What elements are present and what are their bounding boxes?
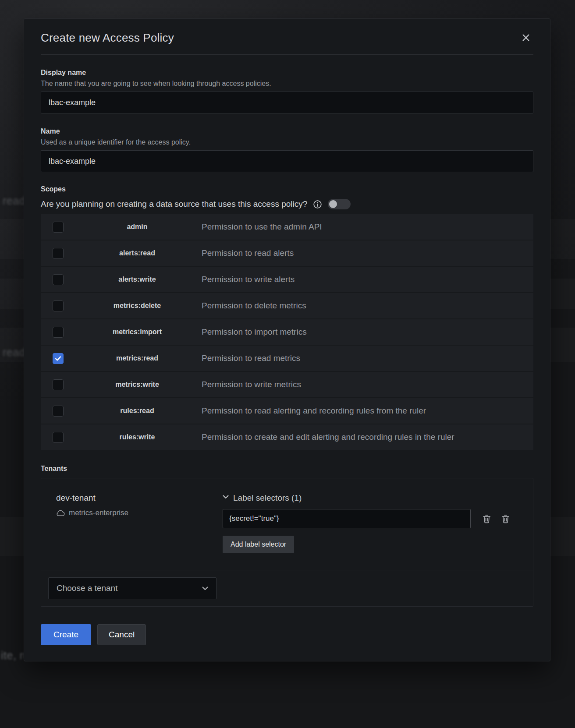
tenants-panel: dev-tenant metrics-enterprise: [41, 478, 533, 607]
scope-row: alerts:write Permission to write alerts: [41, 267, 533, 292]
check-icon: [54, 355, 62, 362]
scopes-label: Scopes: [41, 185, 533, 193]
cancel-button[interactable]: Cancel: [97, 624, 146, 645]
scope-name: metrics:write: [75, 381, 200, 389]
display-name-description: The name that you are going to see when …: [41, 80, 533, 88]
scope-description: Permission to read alerts: [200, 247, 509, 260]
scope-name: metrics:delete: [75, 302, 200, 310]
modal-actions: Create Cancel: [41, 624, 533, 645]
display-name-input[interactable]: [41, 92, 533, 113]
scope-name: rules:read: [75, 407, 200, 415]
tenant-name: dev-tenant: [56, 493, 223, 503]
name-label: Name: [41, 127, 533, 135]
chevron-down-icon: [223, 495, 229, 499]
scope-name: admin: [75, 223, 200, 231]
scope-row: metrics:read Permission to read metrics: [41, 346, 533, 371]
label-selectors-toggle[interactable]: Label selectors (1): [223, 493, 522, 503]
toggle-knob: [329, 200, 337, 208]
scope-name: alerts:read: [75, 249, 200, 257]
name-field-group: Name Used as a unique identifier for the…: [41, 127, 533, 172]
datasource-question-text: Are you planning on creating a data sour…: [41, 199, 307, 209]
name-description: Used as a unique identifier for the acce…: [41, 138, 533, 146]
create-access-policy-modal: Create new Access Policy Display name Th…: [24, 18, 550, 661]
cloud-icon: [56, 510, 65, 516]
scope-checkbox[interactable]: [53, 274, 64, 285]
scope-list: admin Permission to use the admin API al…: [41, 214, 533, 450]
scope-row: admin Permission to use the admin API: [41, 214, 533, 240]
display-name-field-group: Display name The name that you are going…: [41, 69, 533, 113]
delete-selector-trash-icon[interactable]: [483, 514, 491, 523]
choose-tenant-row: Choose a tenant: [41, 570, 533, 606]
close-icon[interactable]: [518, 30, 533, 45]
info-icon[interactable]: [313, 200, 322, 209]
name-input[interactable]: [41, 150, 533, 172]
choose-tenant-placeholder: Choose a tenant: [57, 583, 117, 593]
scope-checkbox[interactable]: [53, 406, 64, 417]
choose-tenant-select[interactable]: Choose a tenant: [48, 577, 217, 599]
display-name-label: Display name: [41, 69, 533, 77]
scope-checkbox[interactable]: [53, 353, 64, 364]
stack-name: metrics-enterprise: [69, 509, 128, 517]
backdrop-text-fragment: read: [3, 346, 25, 359]
datasource-toggle[interactable]: [328, 199, 351, 209]
modal-body: Display name The name that you are going…: [24, 69, 550, 645]
scope-checkbox[interactable]: [53, 248, 64, 259]
create-button[interactable]: Create: [41, 624, 91, 645]
scope-row: metrics:delete Permission to delete metr…: [41, 293, 533, 318]
scope-description: Permission to read metrics: [200, 352, 509, 365]
label-selector-row: [223, 509, 522, 528]
scope-description: Permission to create and edit alerting a…: [200, 431, 509, 444]
scope-name: metrics:read: [75, 354, 200, 362]
label-selector-input[interactable]: [223, 509, 471, 528]
scope-description: Permission to write alerts: [200, 273, 509, 286]
scope-checkbox[interactable]: [53, 300, 64, 311]
scope-description: Permission to delete metrics: [200, 299, 509, 312]
modal-title: Create new Access Policy: [41, 31, 174, 45]
modal-header: Create new Access Policy: [41, 19, 533, 55]
scope-description: Permission to import metrics: [200, 325, 509, 339]
scope-row: metrics:import Permission to import metr…: [41, 319, 533, 345]
scope-checkbox[interactable]: [53, 379, 64, 390]
scopes-section: Scopes Are you planning on creating a da…: [41, 185, 533, 450]
scope-description: Permission to read alerting and recordin…: [200, 404, 509, 417]
tenant-card: dev-tenant metrics-enterprise: [41, 478, 533, 570]
scope-row: alerts:read Permission to read alerts: [41, 240, 533, 266]
delete-tenant-trash-icon[interactable]: [501, 514, 510, 523]
add-label-selector-button[interactable]: Add label selector: [223, 536, 294, 553]
scope-checkbox[interactable]: [53, 222, 64, 233]
datasource-question-row: Are you planning on creating a data sour…: [41, 199, 533, 209]
scope-name: alerts:write: [75, 276, 200, 283]
scope-name: rules:write: [75, 433, 200, 441]
tenants-section: Tenants dev-tenant metrics-enterprise: [41, 465, 533, 607]
tenants-label: Tenants: [41, 465, 533, 473]
scope-row: rules:write Permission to create and edi…: [41, 424, 533, 450]
scope-name: metrics:import: [75, 328, 200, 336]
scope-row: metrics:write Permission to write metric…: [41, 372, 533, 397]
scope-checkbox[interactable]: [53, 432, 64, 443]
scope-checkbox[interactable]: [53, 327, 64, 338]
scope-description: Permission to use the admin API: [200, 220, 509, 233]
chevron-down-icon: [202, 587, 208, 590]
scope-row: rules:read Permission to read alerting a…: [41, 398, 533, 424]
label-selectors-title: Label selectors (1): [233, 493, 302, 503]
backdrop-text-fragment: read: [3, 194, 25, 207]
scope-description: Permission to write metrics: [200, 378, 509, 391]
